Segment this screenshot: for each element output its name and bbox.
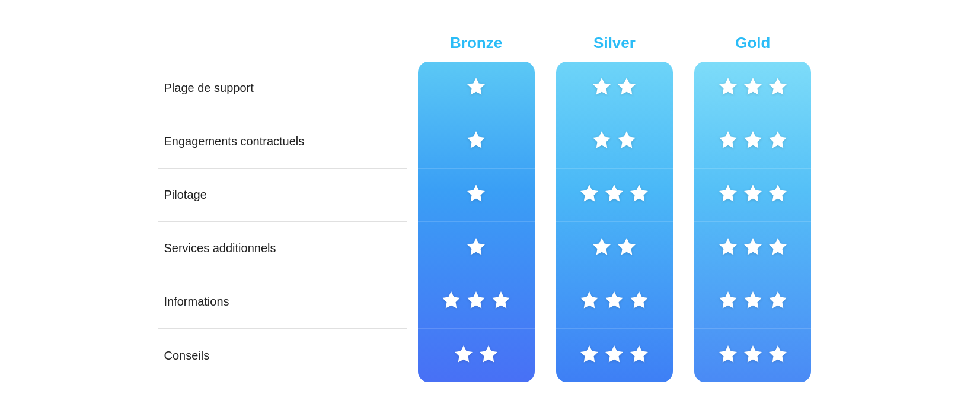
star-icon [742,76,764,100]
star-icon [604,344,625,368]
star-icon [767,236,789,261]
star-icon [742,183,764,207]
tier-cell-bronze [418,329,535,382]
star-icon [604,290,625,314]
star-icon [465,183,487,207]
label-cell: Engagements contractuels [158,115,407,169]
tier-cell-silver [556,329,673,382]
stars-group [717,183,789,207]
stars-group [465,129,487,154]
tier-cell-silver [556,115,673,169]
star-icon [579,290,600,314]
tier-cell-silver [556,275,673,329]
tier-cell-bronze [418,62,535,115]
tier-cell-bronze [418,222,535,275]
star-icon [742,236,764,261]
star-icon [767,76,789,100]
stars-group [465,76,487,100]
tier-cell-bronze [418,275,535,329]
star-icon [717,129,739,154]
star-icon [628,290,650,314]
star-icon [616,236,637,261]
tier-cell-bronze [418,169,535,222]
label-cell: Informations [158,275,407,329]
stars-group [717,290,789,314]
star-icon [717,183,739,207]
header-row: Bronze Silver Gold [158,34,822,57]
tier-cell-gold [694,169,811,222]
stars-group [453,344,499,368]
star-icon [465,236,487,261]
star-icon [478,344,499,368]
star-icon [616,76,637,100]
stars-group [717,344,789,368]
star-icon [591,129,612,154]
stars-group [465,236,487,261]
tier-cell-gold [694,222,811,275]
star-icon [465,129,487,154]
star-icon [616,129,637,154]
comparison-table: Bronze Silver Gold Plage de supportEngag… [135,22,846,394]
label-cell: Conseils [158,329,407,382]
tier-cell-bronze [418,115,535,169]
header-gold: Gold [684,34,822,52]
stars-group [717,129,789,154]
star-icon [453,344,474,368]
stars-group [591,129,637,154]
star-icon [440,290,462,314]
tier-cell-gold [694,115,811,169]
star-icon [717,290,739,314]
stars-group [717,76,789,100]
star-icon [742,290,764,314]
star-icon [465,76,487,100]
star-icon [591,236,612,261]
header-silver: Silver [545,34,684,52]
gold-column [694,62,811,382]
star-icon [490,290,512,314]
star-icon [628,344,650,368]
tier-cell-silver [556,62,673,115]
stars-group [591,76,637,100]
star-icon [465,290,487,314]
star-icon [717,236,739,261]
label-cell: Services additionnels [158,222,407,275]
star-icon [767,344,789,368]
columns-area: Plage de supportEngagements contractuels… [158,62,822,382]
header-bronze: Bronze [407,34,545,52]
star-icon [767,129,789,154]
header-empty-cell [158,34,407,52]
stars-group [440,290,512,314]
stars-group [591,236,637,261]
stars-group [579,183,650,207]
tier-cell-gold [694,62,811,115]
star-icon [767,290,789,314]
star-icon [604,183,625,207]
tier-cell-gold [694,275,811,329]
star-icon [767,183,789,207]
stars-group [717,236,789,261]
stars-group [465,183,487,207]
stars-group [579,290,650,314]
star-icon [742,344,764,368]
star-icon [717,344,739,368]
bronze-column [418,62,535,382]
label-cell: Plage de support [158,62,407,115]
star-icon [742,129,764,154]
tier-cell-silver [556,222,673,275]
label-cell: Pilotage [158,169,407,222]
star-icon [717,76,739,100]
star-icon [579,183,600,207]
tier-cell-silver [556,169,673,222]
star-icon [579,344,600,368]
star-icon [591,76,612,100]
stars-group [579,344,650,368]
label-column: Plage de supportEngagements contractuels… [158,62,407,382]
star-icon [628,183,650,207]
tier-cell-gold [694,329,811,382]
table-wrapper: Bronze Silver Gold Plage de supportEngag… [158,34,822,382]
silver-column [556,62,673,382]
